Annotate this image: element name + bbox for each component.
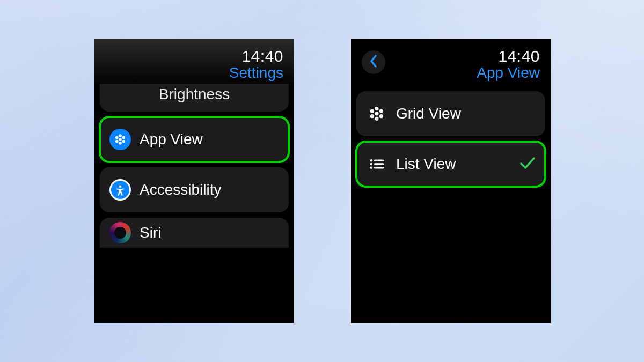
svg-point-15 (370, 159, 372, 161)
row-label: Accessibility (140, 181, 221, 198)
option-list-view[interactable]: List View (356, 142, 545, 187)
back-button[interactable] (362, 50, 385, 74)
checkmark-icon (519, 156, 536, 172)
settings-row-app-view[interactable]: App View (100, 117, 289, 162)
grid-icon (366, 103, 387, 124)
svg-point-9 (375, 107, 378, 110)
screen-title: Settings (229, 64, 283, 82)
svg-point-12 (379, 109, 383, 113)
row-label: List View (396, 156, 456, 173)
svg-point-11 (370, 109, 374, 113)
watch-screen-app-view: 14:40 App View Grid View (351, 39, 551, 323)
screen-title: App View (477, 64, 540, 82)
svg-point-13 (370, 114, 374, 118)
settings-row-accessibility[interactable]: Accessibility (100, 167, 289, 212)
svg-point-2 (119, 142, 122, 145)
list-icon (366, 153, 387, 175)
app-view-options[interactable]: Grid View List View (351, 87, 551, 187)
siri-icon (109, 222, 131, 243)
row-label: Grid View (396, 105, 461, 122)
svg-point-4 (122, 136, 126, 139)
clock-time: 14:40 (477, 47, 540, 65)
settings-list[interactable]: Brightness (94, 84, 294, 248)
settings-row-siri[interactable]: Siri (100, 218, 289, 248)
svg-rect-16 (374, 160, 384, 161)
settings-row-brightness[interactable]: Brightness (100, 84, 289, 112)
header: 14:40 Settings (94, 39, 294, 87)
svg-point-10 (375, 117, 378, 121)
chevron-left-icon (369, 55, 378, 70)
option-grid-view[interactable]: Grid View (356, 91, 545, 136)
svg-rect-20 (374, 167, 384, 168)
watch-screen-settings: 14:40 Settings Brightness (94, 39, 294, 323)
svg-point-19 (370, 167, 372, 169)
svg-point-8 (375, 112, 378, 115)
svg-point-3 (115, 136, 119, 139)
svg-rect-18 (374, 163, 384, 165)
appview-icon (109, 129, 131, 150)
row-label: Brightness (159, 86, 230, 103)
svg-point-5 (115, 140, 119, 143)
accessibility-icon (109, 179, 131, 201)
row-label: Siri (140, 224, 161, 241)
clock-time: 14:40 (229, 47, 283, 65)
header-right: 14:40 Settings (229, 47, 283, 82)
svg-point-6 (122, 140, 126, 143)
svg-point-14 (379, 114, 383, 118)
svg-point-7 (119, 186, 121, 188)
svg-point-1 (119, 134, 122, 137)
svg-point-0 (119, 138, 122, 141)
svg-point-17 (370, 163, 372, 165)
row-label: App View (140, 131, 203, 148)
header: 14:40 App View (351, 39, 551, 87)
header-right: 14:40 App View (477, 47, 540, 82)
